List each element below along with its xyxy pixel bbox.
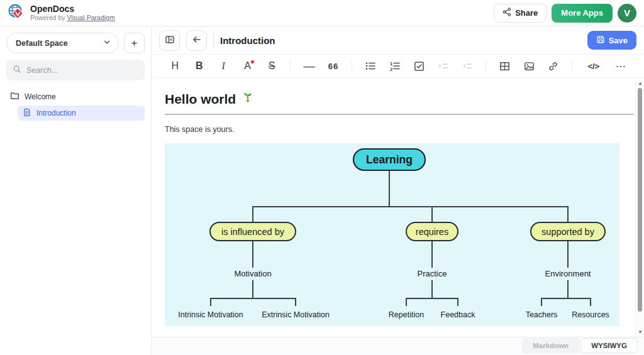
arrow-left-icon [192, 35, 202, 46]
image-button[interactable] [523, 59, 535, 73]
panel-toggle-icon [165, 35, 175, 46]
color-dot [251, 60, 254, 63]
avatar[interactable]: V [618, 4, 636, 23]
code-button[interactable]: </> [585, 59, 602, 73]
chevron-down-icon [103, 38, 111, 48]
top-header: OpenDocs Powered by Visual Paradigm Shar… [0, 0, 644, 26]
mindmap-leaf-label[interactable]: Teachers [526, 310, 558, 319]
editor-footer: Markdown WYSIWYG [152, 337, 644, 355]
tree-item-label: Introduction [36, 109, 76, 117]
doc-header: Introduction Save [152, 26, 644, 54]
markdown-mode-button[interactable]: Markdown [522, 338, 579, 353]
search-icon [13, 65, 21, 76]
mindmap-leaf-label[interactable]: Feedback [441, 310, 476, 319]
powered-by: Powered by Visual Paradigm [30, 14, 115, 22]
app-title: OpenDocs [30, 4, 115, 14]
mindmap-relation-node[interactable]: requires [406, 222, 458, 241]
strikethrough-button[interactable]: S [266, 59, 277, 73]
divider [572, 60, 572, 72]
bullet-list-button[interactable] [365, 59, 376, 73]
numbered-list-button[interactable]: 12 [389, 59, 401, 73]
mindmap-root-node[interactable]: Learning [353, 149, 425, 170]
divider [290, 60, 291, 72]
wysiwyg-mode-button[interactable]: WYSIWYG [580, 338, 638, 353]
task-list-button[interactable] [413, 59, 425, 73]
tree-item-welcome[interactable]: Welcome [6, 89, 145, 104]
add-space-button[interactable]: + [124, 33, 145, 53]
mindmap-topic-label[interactable]: Practice [418, 269, 447, 278]
toggle-sidebar-button[interactable] [159, 30, 180, 51]
brand-text: OpenDocs Powered by Visual Paradigm [30, 4, 115, 22]
opendocs-logo-icon [8, 3, 25, 23]
bold-button[interactable]: B [193, 59, 204, 73]
tree-item-label: Welcome [25, 92, 56, 101]
tree-item-introduction[interactable]: Introduction [18, 106, 145, 121]
heading-button[interactable]: H [169, 59, 180, 73]
document-heading: Hello world [165, 90, 635, 107]
more-apps-button[interactable]: More Apps [552, 4, 613, 23]
mindmap-diagram[interactable]: Learning is influenced by requires [165, 143, 619, 326]
mindmap-relation-node[interactable]: supported by [531, 222, 605, 241]
save-button[interactable]: Save [587, 31, 636, 50]
document-tree: Welcome Introduction [6, 89, 145, 121]
divider [213, 33, 214, 47]
paragraph: This space is yours. [165, 125, 635, 134]
app-window: OpenDocs Powered by Visual Paradigm Shar… [0, 0, 644, 355]
search-box[interactable] [6, 60, 145, 80]
scroll-down-arrow[interactable]: ▼ [636, 328, 644, 336]
formatting-toolbar: H B I A S — 66 12 [152, 54, 644, 78]
mindmap-leaf-label[interactable]: Intrinsic Motivation [178, 310, 243, 319]
space-selector[interactable]: Default Space [6, 33, 119, 53]
document-icon [23, 108, 31, 119]
svg-text:1: 1 [390, 61, 392, 67]
mindmap-leaf-label[interactable]: Resources [572, 310, 609, 319]
link-button[interactable] [547, 59, 558, 73]
mindmap-topic-label[interactable]: Environment [545, 269, 591, 278]
mindmap-leaf-label[interactable]: Repetition [389, 310, 424, 319]
blockquote-button[interactable]: 66 [328, 59, 339, 73]
editor-panel: Introduction Save H B I A [152, 26, 644, 355]
share-icon [502, 8, 511, 18]
indent-button[interactable] [438, 59, 449, 73]
divider [486, 60, 486, 72]
search-input[interactable] [26, 66, 138, 75]
visual-paradigm-link[interactable]: Visual Paradigm [67, 14, 114, 21]
svg-text:is influenced by: is influenced by [221, 227, 285, 237]
mindmap-leaf-label[interactable]: Extrinsic Motivation [262, 310, 330, 319]
document-content[interactable]: Hello world This space is yours. [152, 78, 635, 337]
vertical-scrollbar[interactable]: ▲ ▼ [635, 78, 644, 337]
space-selector-value: Default Space [16, 39, 68, 48]
outdent-button[interactable] [462, 59, 473, 73]
svg-text:2: 2 [390, 67, 392, 72]
divider [352, 60, 352, 72]
mindmap-topic-label[interactable]: Motivation [234, 269, 271, 278]
share-button[interactable]: Share [494, 4, 547, 23]
more-options-button[interactable]: ⋯ [614, 59, 626, 73]
scrollbar-thumb[interactable] [638, 88, 642, 312]
page-title: Introduction [220, 35, 275, 46]
document-area: Hello world This space is yours. [152, 78, 644, 337]
header-actions: Share More Apps V [494, 4, 636, 23]
font-color-button[interactable]: A [242, 59, 253, 73]
svg-text:supported by: supported by [541, 227, 595, 237]
heading-rule [165, 114, 634, 115]
seedling-icon [241, 90, 255, 107]
svg-text:Learning: Learning [366, 153, 413, 166]
svg-text:requires: requires [416, 227, 448, 237]
scroll-up-arrow[interactable]: ▲ [636, 79, 644, 87]
back-button[interactable] [186, 30, 207, 51]
horizontal-rule-button[interactable]: — [303, 59, 314, 73]
sidebar: Default Space + Welcome [0, 26, 152, 355]
brand: OpenDocs Powered by Visual Paradigm [8, 3, 115, 23]
mindmap-relation-node[interactable]: is influenced by [210, 222, 296, 241]
italic-button[interactable]: I [218, 59, 229, 73]
save-icon [596, 35, 605, 46]
folder-icon [10, 91, 19, 102]
table-button[interactable] [499, 59, 510, 73]
